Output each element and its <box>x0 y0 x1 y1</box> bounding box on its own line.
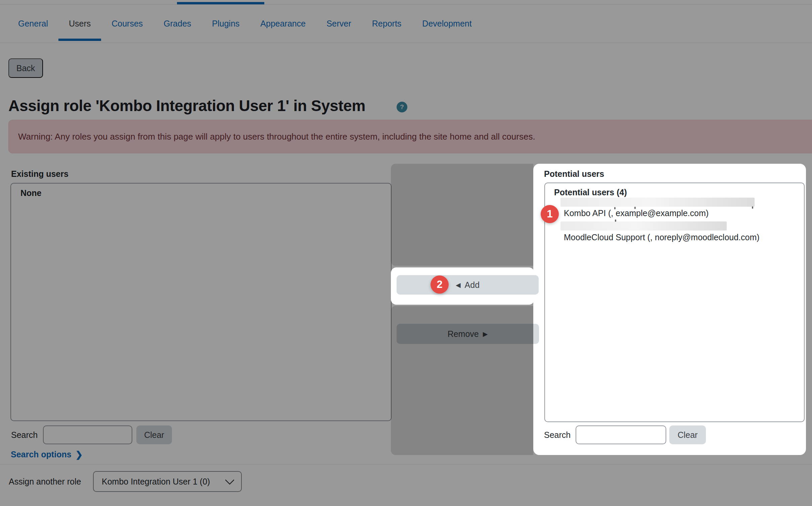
potential-search-input[interactable] <box>576 425 666 444</box>
assign-role-page: General Users Courses Grades Plugins App… <box>0 0 812 506</box>
potential-clear-button[interactable]: Clear <box>669 425 706 444</box>
dim-overlay-overlap <box>391 306 533 455</box>
potential-users-group-label: Potential users (4) <box>554 188 627 197</box>
add-button[interactable]: ◀ Add <box>397 275 539 295</box>
redaction-artifact <box>752 206 753 209</box>
step-badge-1: 1 <box>541 205 559 223</box>
potential-search-label: Search <box>544 425 571 444</box>
add-label: Add <box>465 280 480 290</box>
list-item-kombo-api[interactable]: Kombo API (, example@example.com) <box>564 208 709 218</box>
potential-users-listbox[interactable]: Potential users (4) Kombo API (, example… <box>544 183 805 422</box>
arrow-left-icon: ◀ <box>456 282 461 288</box>
potential-users-heading: Potential users <box>544 169 604 179</box>
remove-button-spotlit-edge <box>533 324 539 344</box>
list-item-moodlecloud-support[interactable]: MoodleCloud Support (, noreply@moodleclo… <box>564 233 760 242</box>
redacted-user-entry <box>560 221 727 231</box>
potential-users-panel: Potential users Potential users (4) Komb… <box>533 164 806 455</box>
dim-overlay-overlap <box>391 164 533 266</box>
step-badge-2: 2 <box>431 275 449 294</box>
redacted-user-entry <box>560 198 755 207</box>
redaction-artifact <box>615 219 616 222</box>
